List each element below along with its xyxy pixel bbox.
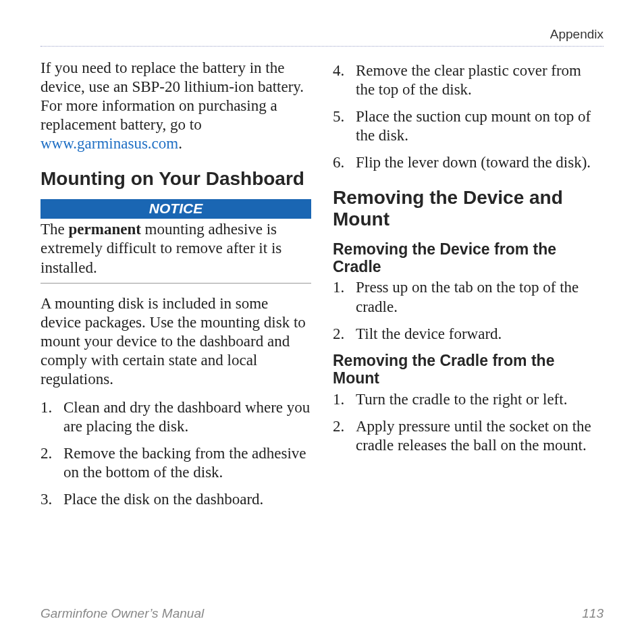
- step-item: Remove the backing from the adhesive on …: [41, 444, 311, 482]
- battery-paragraph: If you need to replace the battery in th…: [41, 59, 311, 153]
- disk-paragraph: A mounting disk is included in some devi…: [41, 294, 311, 389]
- heading-mounting-dashboard: Mounting on Your Dashboard: [41, 168, 311, 190]
- manual-page: Appendix If you need to replace the batt…: [0, 0, 644, 644]
- footer-page-number: 113: [582, 606, 603, 621]
- left-column: If you need to replace the battery in th…: [41, 59, 311, 517]
- step-item: Clean and dry the dashboard where you ar…: [41, 398, 311, 436]
- subheading-remove-cradle-from-mount: Removing the Cradle from the Mount: [333, 352, 603, 387]
- step-item: Place the disk on the dashboard.: [41, 490, 311, 509]
- step-item: Place the suction cup mount on top of th…: [333, 107, 603, 145]
- step-item: Remove the clear plastic cover from the …: [333, 61, 603, 99]
- step-item: Flip the lever down (toward the disk).: [333, 153, 603, 172]
- battery-text-pre: If you need to replace the battery in th…: [41, 59, 304, 133]
- heading-removing-device-mount: Removing the Device and Mount: [333, 187, 603, 230]
- two-column-layout: If you need to replace the battery in th…: [41, 59, 603, 517]
- step-item: Press up on the tab on the top of the cr…: [333, 278, 603, 316]
- notice-pre: The: [41, 221, 69, 238]
- notice-bar: NOTICE: [41, 199, 311, 219]
- header-section-label: Appendix: [41, 27, 603, 47]
- notice-box: The permanent mounting adhesive is extre…: [41, 220, 311, 283]
- right-column: Remove the clear plastic cover from the …: [333, 59, 603, 517]
- step-item: Apply pressure until the socket on the c…: [333, 417, 603, 455]
- mounting-steps-4-6: Remove the clear plastic cover from the …: [333, 61, 603, 172]
- subheading-remove-from-cradle: Removing the Device from the Cradle: [333, 240, 603, 276]
- notice-text: The permanent mounting adhesive is extre…: [41, 220, 311, 277]
- remove-cradle-steps: Press up on the tab on the top of the cr…: [333, 278, 603, 343]
- step-item: Turn the cradle to the right or left.: [333, 390, 603, 409]
- notice-bold: permanent: [69, 221, 141, 238]
- remove-mount-steps: Turn the cradle to the right or left. Ap…: [333, 390, 603, 455]
- mounting-steps-1-3: Clean and dry the dashboard where you ar…: [41, 398, 311, 509]
- step-item: Tilt the device forward.: [333, 325, 603, 344]
- battery-link[interactable]: www.garminasus.com: [41, 135, 178, 152]
- footer-title: Garminfone Owner’s Manual: [41, 606, 204, 621]
- battery-text-post: .: [178, 135, 182, 152]
- page-footer: Garminfone Owner’s Manual 113: [41, 606, 603, 621]
